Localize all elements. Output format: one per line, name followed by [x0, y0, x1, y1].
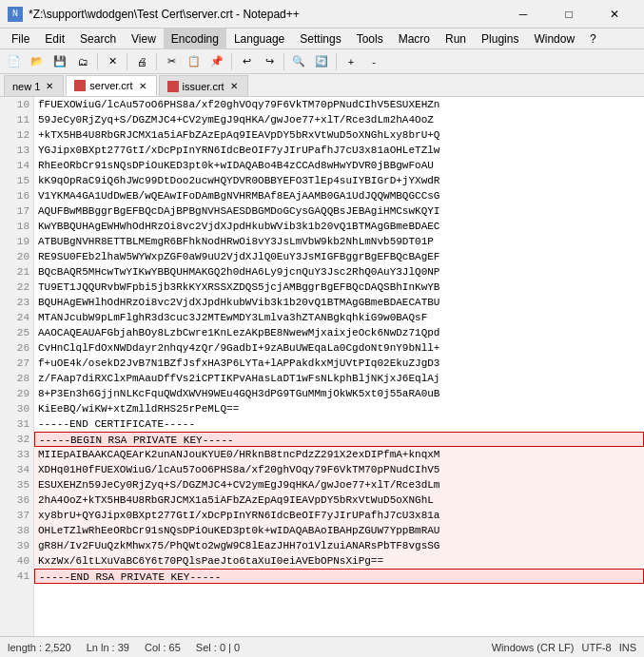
zoom-out-btn[interactable]: - — [363, 51, 384, 72]
redo-btn[interactable]: ↪ — [259, 51, 280, 72]
status-insert-mode: INS — [619, 642, 636, 653]
code-line[interactable]: YGJipx0BXpt277GtI/xDcPpInYRN6IdcBeOIF7yJ… — [34, 143, 644, 158]
copy-btn[interactable]: 📋 — [184, 51, 205, 72]
tab-issuer-crt[interactable]: issuer.crt ✕ — [159, 75, 248, 96]
toolbar-separator-1 — [97, 53, 98, 70]
paste-btn[interactable]: 📌 — [206, 51, 227, 72]
status-sel: Sel : 0 | 0 — [196, 642, 240, 653]
line-number: 22 — [0, 280, 33, 295]
code-line[interactable]: AQUFBwMBBggrBgEFBQcDAjBPBgNVHSAESDBGMDoG… — [34, 203, 644, 219]
line-number: 23 — [0, 295, 33, 310]
code-line[interactable]: KiEeBQ/wiKW+xtZmlldRHS25rPeMLQ== — [34, 401, 644, 416]
close-button[interactable]: ✕ — [593, 0, 636, 29]
menu-help[interactable]: ? — [582, 29, 604, 49]
code-line[interactable]: CvHnClqlFdOxNWDdayr2nhqy4zQr/9GadbI+9zAB… — [34, 340, 644, 356]
tab-server-crt[interactable]: server.crt ✕ — [66, 75, 156, 96]
code-line[interactable]: ATBUBgNVHR8ETTBLMEmgR6BFhkNodHRwOi8vY3Js… — [34, 234, 644, 249]
tab-server-crt-label: server.crt — [89, 80, 132, 91]
menu-settings[interactable]: Settings — [292, 29, 348, 49]
line-number: 19 — [0, 234, 33, 249]
title-bar-left: N *Z:\support\wdodgen\Test Cert\server.c… — [8, 7, 300, 22]
open-file-btn[interactable]: 📂 — [27, 51, 48, 72]
code-line[interactable]: +kTX5HB4U8RbGRJCMX1a5iAFbZAzEpAq9IEAVpDY… — [34, 127, 644, 143]
status-line-ending: Windows (CR LF) — [492, 642, 575, 653]
zoom-in-btn[interactable]: + — [341, 51, 361, 72]
maximize-button[interactable]: □ — [547, 0, 591, 29]
menu-search[interactable]: Search — [72, 29, 124, 49]
tab-issuer-crt-close[interactable]: ✕ — [228, 81, 240, 91]
code-line[interactable]: RhEeORbCr91sNQsDPiOuKED3pt0k+wIDAQABo4B4… — [34, 158, 644, 173]
menu-window[interactable]: Window — [526, 29, 582, 49]
find-btn[interactable]: 🔍 — [288, 51, 309, 72]
code-line[interactable]: fFUEXOWiuG/lcAu57oO6PHS8a/xf20ghVOqy79F6… — [34, 97, 644, 112]
undo-btn[interactable]: ↩ — [236, 51, 257, 72]
code-line[interactable]: ESUXEHZn59JeCy0RjZyq+S/DGZMJC4+CV2ymEgJ9… — [34, 477, 644, 493]
status-left: length : 2,520 Ln ln : 39 Col : 65 Sel :… — [8, 642, 240, 653]
code-line[interactable]: 2hA4OoZ+kTX5HB4U8RbGRJCMX1a5iAFbZAzEpAq9… — [34, 493, 644, 508]
menu-run[interactable]: Run — [438, 29, 474, 49]
code-line[interactable]: KwYBBQUHAgEWHWhOdHRzOi8vc2VjdXJpdHkubWVi… — [34, 219, 644, 234]
code-line[interactable]: kK9qOpRaC9iQ6hJWc99DtDoo2ucwHQYDVR0OBBYE… — [34, 173, 644, 188]
tab-issuer-crt-label: issuer.crt — [183, 81, 224, 92]
code-line[interactable]: f+uOE4k/osekD2JvB7N1BZfJsfxHA3P6LYTa+lAP… — [34, 356, 644, 371]
editor: 1011121314151617181920212223242526272829… — [0, 97, 644, 636]
menu-edit[interactable]: Edit — [37, 29, 72, 49]
code-line[interactable]: -----END RSA PRIVATE KEY----- — [34, 569, 644, 584]
toolbar-separator-3 — [156, 53, 157, 70]
code-line[interactable]: 59JeCy0RjZyq+S/DGZMJC4+CV2ymEgJ9qHKA/gwJ… — [34, 112, 644, 127]
tab-bar: new 1 ✕ server.crt ✕ issuer.crt ✕ — [0, 74, 644, 97]
line-number: 24 — [0, 310, 33, 325]
new-file-btn[interactable]: 📄 — [4, 51, 25, 72]
replace-btn[interactable]: 🔄 — [311, 51, 332, 72]
line-number: 39 — [0, 538, 33, 553]
tab-new1-close[interactable]: ✕ — [44, 81, 55, 91]
code-line[interactable]: KxzWx/6ltLXuVaBC6Y6t70PQlsPaeJto6taXuI0e… — [34, 553, 644, 569]
code-line[interactable]: RE9SU0FEb2lhaW5WYWxpZGF0aW9uU2VjdXJlQ0Eu… — [34, 249, 644, 264]
code-line[interactable]: 8+P3En3h6GjjnNLKcFquQWdXWVH9WEu4GQH3dPG9… — [34, 386, 644, 401]
code-line[interactable]: V1YKMA4GA1UdDwEB/wQEAwIFoDAmBgNVHRMBAf8E… — [34, 188, 644, 203]
line-numbers: 1011121314151617181920212223242526272829… — [0, 97, 34, 636]
line-number: 21 — [0, 264, 33, 280]
status-line: Ln ln : 39 — [87, 642, 129, 653]
menu-plugins[interactable]: Plugins — [474, 29, 526, 49]
minimize-button[interactable]: ─ — [501, 0, 545, 29]
tab-new1[interactable]: new 1 ✕ — [4, 75, 64, 96]
code-line[interactable]: gR8H/Iv2FUuQzkMhwx75/PhQWto2wgW9C8lEazJH… — [34, 538, 644, 553]
close-btn[interactable]: ✕ — [102, 51, 123, 72]
code-line[interactable]: MTANJcubW9pLmFlghR3d3cuc3J2MTEwMDY3Lmlva… — [34, 310, 644, 325]
tab-issuer-crt-icon — [167, 81, 179, 92]
code-line[interactable]: XDHq01H0fFUEXOWiuG/lcAu57oO6PHS8a/xf20gh… — [34, 462, 644, 477]
code-line[interactable]: BQUHAgEWHlhOdHRzOi8vc2VjdXJpdHkubWVib3k1… — [34, 295, 644, 310]
save-all-btn[interactable]: 🗂 — [72, 51, 93, 72]
code-line[interactable]: -----BEGIN RSA PRIVATE KEY----- — [34, 432, 644, 447]
menu-language[interactable]: Language — [226, 29, 292, 49]
code-line[interactable]: TU9ET1JQQURvbWFpbi5jb3RkKYXRSSXZDQS5jcjA… — [34, 280, 644, 295]
menu-file[interactable]: File — [4, 29, 37, 49]
window-title: *Z:\support\wdodgen\Test Cert\server.crt… — [29, 8, 300, 21]
tab-server-crt-close[interactable]: ✕ — [137, 81, 148, 91]
code-line[interactable]: -----END CERTIFICATE----- — [34, 416, 644, 432]
line-number: 14 — [0, 158, 33, 173]
print-btn[interactable]: 🖨 — [131, 51, 152, 72]
code-line[interactable]: BQcBAQR5MHcwTwYIKwYBBQUHMAKGQ2h0dHA6Ly9j… — [34, 264, 644, 280]
menu-encoding[interactable]: Encoding — [164, 29, 226, 49]
line-number: 31 — [0, 416, 33, 432]
code-line[interactable]: MIIEpAIBAAKCAQEArK2unANJouKYUE0/HRknB8tn… — [34, 447, 644, 462]
menu-view[interactable]: View — [124, 29, 164, 49]
line-number: 34 — [0, 462, 33, 477]
code-line[interactable]: AAOCAQEAUAFGbjahBOy8LzbCwre1KnLezAKpBE8N… — [34, 325, 644, 340]
line-number: 20 — [0, 249, 33, 264]
code-line[interactable]: OHLeTZlwRhEeORbCr91sNQsDPiOuKED3pt0k+wID… — [34, 523, 644, 538]
code-line[interactable]: z/FAap7diRXClxPmAauDffVs2iCPTIKPvAHasLaD… — [34, 371, 644, 386]
code-area[interactable]: fFUEXOWiuG/lcAu57oO6PHS8a/xf20ghVOqy79F6… — [34, 97, 644, 636]
line-number: 11 — [0, 112, 33, 127]
line-number: 27 — [0, 356, 33, 371]
status-length: length : 2,520 — [8, 642, 71, 653]
menu-tools[interactable]: Tools — [349, 29, 391, 49]
save-file-btn[interactable]: 💾 — [49, 51, 70, 72]
code-line[interactable]: xy8brU+QYGJipx0BXpt277GtI/xDcPpInYRN6Idc… — [34, 508, 644, 523]
line-number: 25 — [0, 325, 33, 340]
line-number: 29 — [0, 386, 33, 401]
cut-btn[interactable]: ✂ — [161, 51, 182, 72]
menu-macro[interactable]: Macro — [391, 29, 438, 49]
